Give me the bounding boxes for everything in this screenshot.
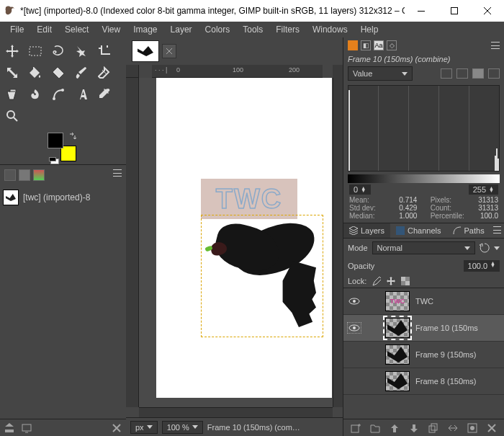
new-group-icon[interactable]	[370, 423, 380, 433]
histogram-log-icon[interactable]	[456, 68, 468, 79]
layer-row[interactable]: Frame 8 (150ms)	[343, 368, 504, 395]
close-tab-icon[interactable]	[162, 44, 176, 58]
visibility-toggle-icon[interactable]	[348, 323, 361, 333]
dock-menu-icon[interactable]	[113, 169, 122, 177]
gradient-bar[interactable]	[348, 174, 500, 183]
transform-tool-icon[interactable]	[4, 65, 20, 81]
duplicate-layer-icon[interactable]	[428, 423, 438, 433]
histogram[interactable]	[348, 85, 500, 172]
unit-selector[interactable]: px	[130, 421, 158, 434]
sample-points-tab-icon[interactable]: ◇	[387, 40, 397, 50]
mode-expand-icon[interactable]	[494, 246, 500, 250]
path-tool-icon[interactable]	[50, 86, 66, 102]
histogram-linear-icon[interactable]	[441, 68, 452, 79]
menu-edit[interactable]: Edit	[31, 23, 58, 36]
free-select-tool-icon[interactable]	[50, 43, 66, 59]
horizontal-scrollbar[interactable]	[139, 407, 333, 417]
delete-icon[interactable]	[112, 423, 122, 433]
fonts-tab-icon[interactable]: Aa	[374, 40, 384, 50]
tab-layers[interactable]: Layers	[343, 223, 390, 238]
new-display-icon[interactable]	[22, 423, 32, 433]
move-tool-icon[interactable]	[4, 43, 20, 59]
menu-colors[interactable]: Colors	[199, 23, 236, 36]
raise-image-icon[interactable]	[4, 423, 14, 433]
histogram-rgb-icon[interactable]	[488, 68, 500, 79]
swap-colors-icon[interactable]	[69, 133, 76, 140]
smudge-tool-icon[interactable]	[27, 86, 43, 102]
menu-layer[interactable]: Layer	[165, 23, 198, 36]
canvas[interactable]: TWC	[156, 78, 332, 398]
close-button[interactable]	[471, 0, 504, 22]
image-tab[interactable]	[132, 40, 159, 62]
bucket-fill-tool-icon[interactable]	[27, 65, 43, 81]
foreground-color[interactable]	[48, 133, 63, 148]
opacity-value[interactable]: 100.0▲▼	[464, 260, 500, 272]
rect-select-tool-icon[interactable]	[27, 43, 43, 59]
images-tab-icon[interactable]	[33, 169, 45, 181]
menu-help[interactable]: Help	[355, 23, 384, 36]
paintbrush-tool-icon[interactable]	[73, 65, 89, 81]
lock-position-icon[interactable]	[387, 277, 395, 285]
range-max[interactable]: 255▲▼	[469, 184, 498, 195]
layer-row[interactable]: TWC TWC	[343, 288, 504, 315]
layer-name[interactable]: TWC	[415, 297, 433, 306]
delete-layer-icon[interactable]	[487, 423, 497, 433]
menu-image[interactable]: Image	[127, 23, 163, 36]
menu-select[interactable]: Select	[59, 23, 94, 36]
vertical-scrollbar[interactable]	[333, 78, 343, 407]
eraser-tool-icon[interactable]	[96, 65, 112, 81]
maximize-button[interactable]	[438, 0, 471, 22]
text-tool-icon[interactable]	[73, 86, 89, 102]
channel-selector[interactable]: Value	[348, 66, 413, 81]
twc-layer[interactable]: TWC	[201, 179, 297, 219]
raise-layer-icon[interactable]	[390, 423, 400, 433]
lock-brush-icon[interactable]	[372, 276, 381, 286]
minimize-button[interactable]	[405, 0, 438, 22]
tab-paths[interactable]: Paths	[447, 223, 490, 238]
mode-reset-icon[interactable]	[480, 243, 490, 253]
mask-layer-icon[interactable]	[467, 423, 477, 433]
image-list-item[interactable]: [twc] (imported)-8	[0, 187, 126, 208]
menu-file[interactable]: File	[4, 23, 30, 36]
merge-layer-icon[interactable]	[448, 423, 458, 433]
tool-options-tab-icon[interactable]	[4, 169, 16, 181]
menu-view[interactable]: View	[96, 23, 126, 36]
device-status-tab-icon[interactable]	[19, 169, 30, 181]
default-colors-icon[interactable]	[49, 157, 56, 161]
lower-layer-icon[interactable]	[409, 423, 419, 433]
menu-tools[interactable]: Tools	[237, 23, 269, 36]
color-picker-tool-icon[interactable]	[96, 86, 112, 102]
dock-menu-icon[interactable]	[491, 42, 500, 49]
pointer-tab-icon[interactable]: ◧	[361, 40, 371, 50]
fuzzy-select-tool-icon[interactable]	[73, 43, 89, 59]
clone-tool-icon[interactable]	[4, 86, 20, 102]
ruler-corner[interactable]	[126, 65, 139, 78]
visibility-toggle-icon[interactable]	[348, 350, 361, 360]
visibility-toggle-icon[interactable]	[348, 376, 361, 386]
menu-windows[interactable]: Windows	[307, 23, 354, 36]
lock-alpha-icon[interactable]	[401, 277, 410, 285]
range-min[interactable]: 0▲▼	[349, 184, 371, 195]
zoom-selector[interactable]: 100 %	[162, 421, 203, 434]
gradient-tool-icon[interactable]	[50, 65, 66, 81]
menu-filters[interactable]: Filters	[270, 23, 305, 36]
mode-selector[interactable]: Normal	[372, 241, 475, 254]
histogram-tab-icon[interactable]	[348, 40, 358, 50]
tab-channels[interactable]: Channels	[390, 223, 446, 238]
histogram-lum-icon[interactable]	[472, 68, 484, 79]
ruler-horizontal[interactable]: · · · | 0 100 200	[152, 65, 323, 78]
layer-name[interactable]: Frame 10 (150ms	[415, 324, 478, 332]
dock-menu-icon[interactable]	[493, 226, 501, 233]
visibility-toggle-icon[interactable]	[348, 296, 361, 306]
ruler-vertical[interactable]	[126, 78, 139, 407]
color-swatches[interactable]	[48, 133, 76, 161]
zoom-tool-icon[interactable]	[4, 108, 20, 124]
layer-name[interactable]: Frame 9 (150ms)	[415, 350, 476, 359]
bird-layer[interactable]	[208, 221, 323, 329]
new-layer-icon[interactable]	[351, 423, 361, 433]
layer-row[interactable]: Frame 9 (150ms)	[343, 342, 504, 368]
layer-name[interactable]: Frame 8 (150ms)	[415, 377, 476, 386]
canvas-viewport[interactable]: TWC	[139, 78, 333, 407]
layer-row[interactable]: Frame 10 (150ms	[343, 315, 504, 342]
crop-tool-icon[interactable]	[96, 43, 112, 59]
